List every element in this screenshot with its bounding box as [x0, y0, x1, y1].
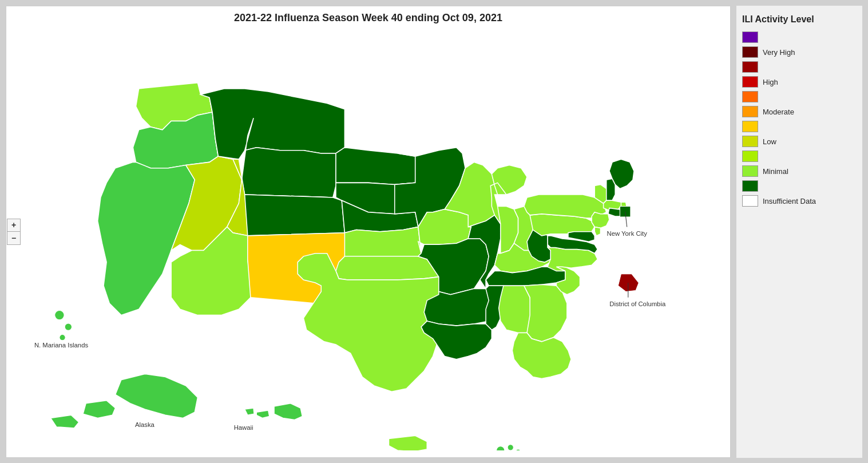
legend-item-high-med — [742, 91, 857, 102]
legend-item-minimal-light: Minimal — [742, 165, 857, 177]
legend-swatch-very-high-dark — [742, 46, 758, 58]
state-ak[interactable] — [116, 374, 198, 418]
legend-swatch-minimal-dark — [742, 180, 758, 192]
legend-swatch-minimal-light — [742, 165, 758, 177]
legend-swatch-insufficient — [742, 195, 758, 207]
map-panel: 2021-22 Influenza Season Week 40 ending … — [6, 6, 731, 458]
legend-label-moderate: Moderate — [763, 108, 794, 116]
legend-item-moderate-light — [742, 121, 857, 132]
legend-swatch-low-dark — [742, 136, 758, 147]
legend-swatch-moderate-light — [742, 121, 758, 132]
legend-item-very-high-dark: Very High — [742, 46, 857, 58]
legend-label-very-high: Very High — [763, 48, 795, 57]
map-title: 2021-22 Influenza Season Week 40 ending … — [6, 6, 730, 27]
puerto-rico[interactable] — [389, 436, 427, 450]
state-hi-main[interactable] — [274, 403, 302, 420]
legend-item-very-high-med — [742, 61, 857, 73]
alaska-label: Alaska — [135, 421, 155, 428]
legend-swatch-high-med — [742, 91, 758, 102]
state-nj[interactable] — [592, 212, 609, 228]
map-area[interactable]: Alaska Hawaii N. Mariana Islands Puerto … — [6, 27, 730, 450]
legend-title: ILI Activity Level — [742, 14, 857, 25]
legend-label-low: Low — [763, 137, 776, 146]
legend-item-low-dark: Low — [742, 136, 857, 147]
virgin-islands1[interactable] — [497, 446, 505, 450]
dc-label: District of Columbia — [609, 300, 666, 307]
legend-swatch-moderate-dark — [742, 106, 758, 117]
zoom-controls: + − — [7, 219, 21, 245]
nyc-label: New York City — [607, 230, 648, 237]
zoom-out-button[interactable]: − — [7, 232, 20, 244]
legend-swatch-low-light — [742, 151, 758, 162]
legend-item-low-light — [742, 151, 857, 162]
virgin-islands3[interactable] — [516, 449, 520, 450]
virgin-islands2[interactable] — [508, 445, 513, 450]
state-hi-island2[interactable] — [256, 410, 269, 418]
legend-item-purple — [742, 31, 857, 43]
n-mariana-island2[interactable] — [65, 323, 72, 330]
n-mariana-island1[interactable] — [55, 310, 64, 319]
state-ak-peninsula[interactable] — [83, 401, 116, 418]
n-mariana-label: N. Mariana Islands — [34, 342, 89, 349]
legend-item-minimal-dark — [742, 180, 857, 192]
legend-swatch-very-high-med — [742, 61, 758, 73]
legend-swatch-high-dark — [742, 76, 758, 88]
legend-label-minimal: Minimal — [763, 167, 788, 176]
legend-label-insufficient: Insufficient Data — [763, 197, 816, 205]
state-ak-islands[interactable] — [51, 415, 79, 428]
legend-swatch-purple — [742, 31, 758, 43]
dc-shape[interactable] — [618, 274, 639, 292]
legend-panel: ILI Activity Level Very High High Modera… — [736, 6, 862, 458]
state-ga[interactable] — [524, 284, 567, 342]
n-mariana-island3[interactable] — [60, 335, 65, 341]
state-co[interactable] — [245, 195, 345, 236]
state-nd[interactable] — [336, 148, 415, 185]
state-hi-island3[interactable] — [245, 408, 254, 415]
legend-label-high: High — [763, 78, 778, 86]
state-ks[interactable] — [344, 227, 421, 256]
state-mt[interactable] — [201, 89, 345, 159]
legend-item-high-dark: High — [742, 76, 857, 88]
zoom-in-button[interactable]: + — [7, 219, 20, 232]
hawaii-label: Hawaii — [234, 424, 253, 431]
legend-item-insufficient: Insufficient Data — [742, 195, 857, 207]
state-ok[interactable] — [336, 256, 442, 280]
state-de[interactable] — [594, 227, 600, 235]
legend-item-moderate-dark: Moderate — [742, 106, 857, 117]
